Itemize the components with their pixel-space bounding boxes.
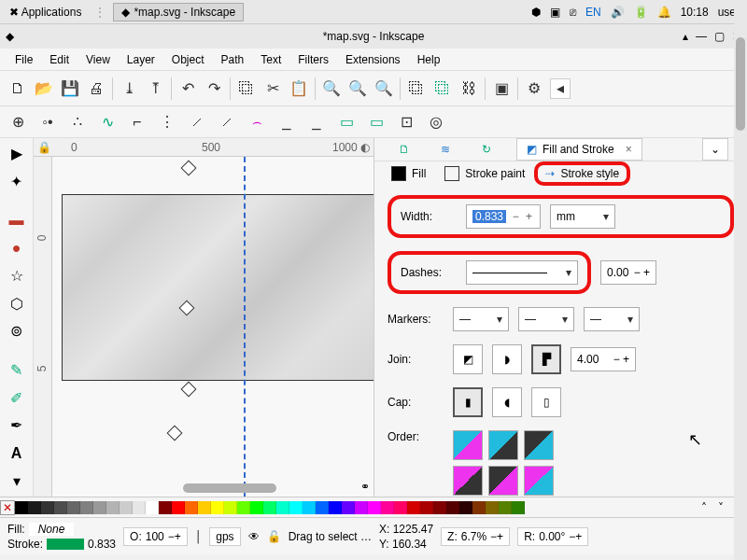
language-indicator[interactable]: EN <box>585 6 601 19</box>
redo-icon[interactable]: ↷ <box>204 78 224 99</box>
tray-icon[interactable]: ⎚ <box>570 6 576 19</box>
palette-swatch[interactable] <box>237 501 250 514</box>
status-fill-value[interactable]: None <box>29 523 75 536</box>
layer-selector[interactable]: gps <box>209 527 240 546</box>
tray-icon[interactable]: ⬢ <box>531 6 541 19</box>
order-1-button[interactable] <box>453 430 483 460</box>
node-tool[interactable]: ✦ <box>5 170 29 194</box>
palette-swatch[interactable] <box>499 501 512 514</box>
palette-swatch[interactable] <box>472 501 486 514</box>
cap-square-button[interactable]: ▯ <box>531 387 561 417</box>
notification-icon[interactable]: 🔔 <box>657 6 671 19</box>
panel-scrollbar[interactable] <box>734 0 747 560</box>
stepper-icon[interactable]: − + <box>634 266 650 279</box>
clone-icon[interactable]: ⿻ <box>432 78 453 99</box>
open-icon[interactable]: 📂 <box>34 78 54 99</box>
print-icon[interactable]: 🖨 <box>86 78 106 99</box>
palette-swatch[interactable] <box>459 501 472 514</box>
join-round-button[interactable]: ◗ <box>492 344 522 374</box>
group-icon[interactable]: ▣ <box>491 78 512 99</box>
palette-swatch[interactable] <box>381 501 394 514</box>
save-icon[interactable]: 💾 <box>60 78 80 99</box>
snap-add-icon[interactable]: ⊕ <box>7 112 28 133</box>
palette-swatch[interactable] <box>185 501 198 514</box>
layers-dialog-icon[interactable]: ≋ <box>434 138 457 161</box>
palette-swatch[interactable] <box>368 501 381 514</box>
miter-limit-input[interactable]: 4.00 − + <box>571 347 636 371</box>
zoom-drawing-icon[interactable]: 🔍 <box>347 78 368 99</box>
palette-swatch[interactable] <box>93 501 106 514</box>
text-tool[interactable]: A <box>5 441 29 466</box>
zoom-page-icon[interactable]: 🔍 <box>374 78 394 99</box>
menu-help[interactable]: Help <box>410 50 448 69</box>
stepper-icon[interactable]: − + <box>513 210 534 223</box>
rotation-field[interactable]: R: 0.00° −+ <box>517 527 588 546</box>
menu-path[interactable]: Path <box>214 50 252 69</box>
tab-stroke-style[interactable]: ⇢ Stroke style <box>534 161 630 186</box>
palette-scroll-up-icon[interactable]: ˄ <box>696 501 712 514</box>
close-tab-icon[interactable]: × <box>626 143 632 156</box>
stepper-icon[interactable]: −+ <box>569 530 582 543</box>
palette-swatch[interactable] <box>329 501 342 514</box>
snap-curve2-icon[interactable]: ⟋ <box>217 112 237 133</box>
maximize-button[interactable]: ▢ <box>714 30 725 43</box>
vertical-guide[interactable] <box>244 157 246 497</box>
h-scrollbar[interactable] <box>183 483 276 493</box>
menu-layer[interactable]: Layer <box>120 50 162 69</box>
handle[interactable] <box>167 426 183 441</box>
snap-seg-icon[interactable]: ⎯ <box>306 112 327 133</box>
palette-swatch[interactable] <box>355 501 368 514</box>
marker-mid-dropdown[interactable]: —▾ <box>518 307 574 331</box>
menu-object[interactable]: Object <box>164 50 212 69</box>
snap-line-icon[interactable]: ⎯ <box>276 112 297 133</box>
palette-swatch[interactable] <box>67 501 80 514</box>
undo-icon[interactable]: ↶ <box>177 78 198 99</box>
zoom-field[interactable]: Z: 6.7% −+ <box>441 527 510 546</box>
menu-text[interactable]: Text <box>253 50 289 69</box>
stepper-icon[interactable]: −+ <box>168 530 181 543</box>
menu-filters[interactable]: Filters <box>290 50 336 69</box>
palette-swatch[interactable] <box>120 501 133 514</box>
clock[interactable]: 10:18 <box>681 6 709 19</box>
order-3-button[interactable] <box>524 430 554 460</box>
lock-icon[interactable]: 🔓 <box>267 530 281 543</box>
volume-icon[interactable]: 🔊 <box>611 6 625 19</box>
width-unit-dropdown[interactable]: mm ▾ <box>550 204 615 229</box>
dashes-dropdown[interactable]: ▾ <box>466 260 578 285</box>
bezier-tool[interactable]: ✐ <box>5 385 29 410</box>
palette-swatch[interactable] <box>303 501 316 514</box>
collapse-icon[interactable]: ◂ <box>550 78 571 99</box>
snap-path-icon[interactable]: ∿ <box>97 112 118 133</box>
palette-swatch[interactable] <box>159 501 172 514</box>
snap-dots-icon[interactable]: ⋮ <box>157 112 177 133</box>
box3d-tool[interactable]: ⬡ <box>5 291 29 315</box>
marker-end-dropdown[interactable]: —▾ <box>584 307 640 331</box>
palette-swatch[interactable] <box>394 501 407 514</box>
color-mode-icon[interactable]: ⚭ <box>360 480 370 493</box>
canvas[interactable]: ⚭ <box>52 157 374 497</box>
minimize-button[interactable]: — <box>696 30 707 43</box>
taskbar-window-button[interactable]: ◆ *map.svg - Inkscape <box>113 3 244 21</box>
tray-icon[interactable]: ▣ <box>550 6 560 19</box>
copy-icon[interactable]: ⿻ <box>236 78 257 99</box>
duplicate-icon[interactable]: ⿻ <box>406 78 427 99</box>
palette-swatch[interactable] <box>407 501 420 514</box>
snap-arc-icon[interactable]: ⌢ <box>247 112 267 133</box>
palette-swatch[interactable] <box>80 501 93 514</box>
order-4-button[interactable] <box>453 466 483 496</box>
snap-bbox-icon[interactable]: ▭ <box>336 112 357 133</box>
marker-start-dropdown[interactable]: —▾ <box>453 307 509 331</box>
dash-offset-input[interactable]: 0.00 − + <box>600 260 656 285</box>
panel-menu-chevron[interactable]: ⌄ <box>702 138 728 161</box>
visibility-icon[interactable]: 👁 <box>248 530 260 543</box>
new-doc-icon[interactable]: 🗋 <box>7 78 28 99</box>
palette-swatch[interactable] <box>211 501 224 514</box>
ellipse-tool[interactable]: ● <box>5 236 29 260</box>
palette-swatch[interactable] <box>342 501 355 514</box>
rollup-button[interactable]: ▴ <box>683 30 688 43</box>
palette-swatch[interactable] <box>486 501 499 514</box>
palette-swatch[interactable] <box>133 501 146 514</box>
palette-scroll-down-icon[interactable]: ˅ <box>712 501 729 514</box>
new-dialog-icon[interactable]: 🗋 <box>393 138 416 161</box>
join-miter-button[interactable]: ▛ <box>531 344 561 374</box>
